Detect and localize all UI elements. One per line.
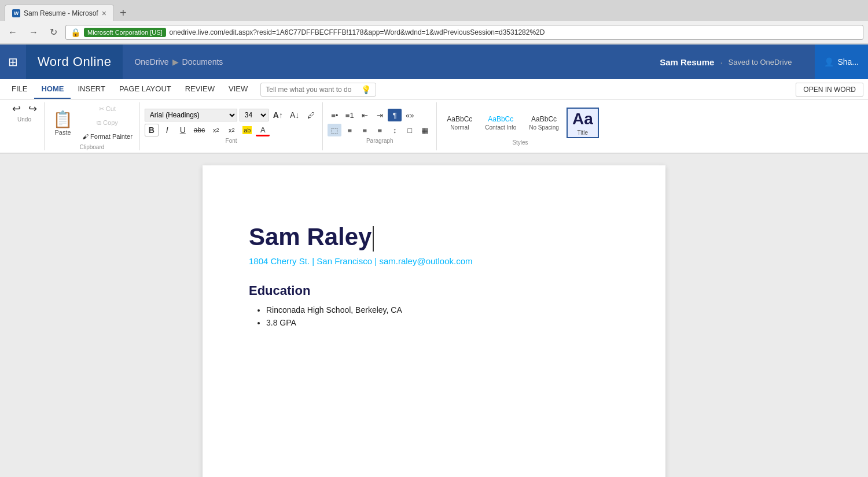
copy-button[interactable]: ⧉ Copy bbox=[80, 116, 135, 129]
subscript-button[interactable]: x2 bbox=[209, 124, 223, 136]
grow-font-button[interactable]: A↑ bbox=[271, 109, 285, 121]
menu-review[interactable]: REVIEW bbox=[178, 80, 222, 99]
back-button[interactable]: ← bbox=[5, 25, 21, 40]
shading-button[interactable]: ▦ bbox=[418, 124, 432, 136]
menu-insert[interactable]: INSERT bbox=[71, 80, 112, 99]
cut-button[interactable]: ✂ Cut bbox=[80, 102, 135, 115]
education-bullet-list: Rinconada High School, Berkeley, CA 3.8 … bbox=[266, 305, 619, 327]
browser-chrome: W Sam Resume - Microsof × + ← → ↻ 🔒 Micr… bbox=[0, 0, 868, 45]
search-lightbulb-icon: 💡 bbox=[361, 85, 371, 94]
document-area: Sam Raley 1804 Cherry St. | San Francisc… bbox=[0, 154, 868, 477]
align-right-button[interactable]: ≡ bbox=[358, 124, 372, 136]
breadcrumb-separator: ▶ bbox=[172, 57, 179, 66]
doc-title-area: Sam Resume · Saved to OneDrive bbox=[660, 57, 803, 67]
style-contact-info[interactable]: AaBbCc Contact Info bbox=[480, 113, 521, 132]
word-logo-area: Word Online bbox=[26, 45, 123, 79]
breadcrumb-onedrive[interactable]: OneDrive bbox=[134, 57, 168, 66]
increase-indent-button[interactable]: ⇥ bbox=[373, 109, 387, 121]
style-nospace-sample: AaBbCc bbox=[531, 115, 557, 123]
numbering-button[interactable]: ≡1 bbox=[343, 109, 356, 121]
save-status: Saved to OneDrive bbox=[729, 58, 792, 66]
url-bar[interactable]: 🔒 Microsoft Corporation [US] onedrive.li… bbox=[65, 25, 863, 40]
undo-label: Undo bbox=[17, 116, 31, 123]
font-group-label: Font bbox=[145, 138, 318, 144]
education-heading: Education bbox=[249, 283, 619, 298]
search-input[interactable] bbox=[266, 86, 359, 94]
undo-button[interactable]: ↩ bbox=[9, 102, 23, 115]
tab-title: Sam Resume - Microsof bbox=[24, 9, 98, 17]
menu-view[interactable]: VIEW bbox=[222, 80, 255, 99]
justify-button[interactable]: ≡ bbox=[373, 124, 387, 136]
italic-button[interactable]: I bbox=[160, 124, 174, 136]
document-heading-name: Sam Raley bbox=[249, 223, 619, 252]
font-color-button[interactable]: A bbox=[256, 124, 270, 136]
style-contact-sample: AaBbCc bbox=[488, 115, 513, 123]
toolbar-ribbon: ↩ ↪ Undo 📋 Paste ✂ Cut ⧉ Copy 🖌 Format P… bbox=[0, 100, 868, 154]
highlight-button[interactable]: ab bbox=[240, 124, 254, 136]
forward-button[interactable]: → bbox=[25, 25, 42, 40]
styles-group-label: Styles bbox=[442, 139, 598, 146]
menu-bar: FILE HOME INSERT PAGE LAYOUT REVIEW VIEW… bbox=[0, 79, 868, 100]
contact-info: 1804 Cherry St. | San Francisco | sam.ra… bbox=[249, 256, 619, 266]
strikethrough-button[interactable]: abc bbox=[192, 124, 207, 136]
bullet-item-1: Rinconada High School, Berkeley, CA bbox=[266, 305, 619, 315]
shrink-font-button[interactable]: A↓ bbox=[288, 109, 301, 121]
line-spacing-button[interactable]: ↕ bbox=[388, 124, 402, 136]
document-name: Sam Resume bbox=[660, 57, 714, 67]
tab-bar: W Sam Resume - Microsof × + bbox=[0, 0, 868, 21]
font-name-select[interactable]: Arial (Headings) Arial Calibri Times New… bbox=[145, 109, 237, 121]
font-size-select[interactable]: 34 81012141618243648 bbox=[240, 109, 269, 121]
doc-separator: · bbox=[720, 57, 722, 67]
style-no-spacing[interactable]: AaBbCc No Spacing bbox=[524, 113, 564, 132]
url-text: onedrive.live.com/edit.aspx?resid=1A6C77… bbox=[170, 28, 545, 36]
breadcrumb: OneDrive ▶ Documents bbox=[123, 57, 234, 66]
show-hide-button[interactable]: «» bbox=[403, 109, 417, 121]
paragraph-mark-button[interactable]: ¶ bbox=[388, 109, 402, 121]
bold-button[interactable]: B bbox=[145, 124, 159, 136]
superscript-button[interactable]: x2 bbox=[225, 124, 238, 136]
menu-file[interactable]: FILE bbox=[5, 80, 34, 99]
menu-page-layout[interactable]: PAGE LAYOUT bbox=[112, 80, 178, 99]
clear-format-button[interactable]: 🖊 bbox=[304, 109, 318, 121]
tab-close-button[interactable]: × bbox=[102, 9, 106, 18]
document-page: Sam Raley 1804 Cherry St. | San Francisc… bbox=[203, 165, 665, 477]
share-label: Sha... bbox=[837, 57, 859, 66]
bullet-item-2: 3.8 GPA bbox=[266, 318, 619, 327]
style-contact-label: Contact Info bbox=[485, 124, 516, 131]
lock-icon: 🔒 bbox=[71, 28, 80, 37]
app-name-label: Word Online bbox=[38, 54, 111, 69]
bullets-button[interactable]: ≡• bbox=[328, 109, 341, 121]
align-center-button[interactable]: ≡ bbox=[343, 124, 356, 136]
align-left-button[interactable]: ⬚ bbox=[328, 124, 341, 136]
menu-home[interactable]: HOME bbox=[34, 80, 71, 99]
word-header: ⊞ Word Online OneDrive ▶ Documents Sam R… bbox=[0, 45, 868, 79]
style-nospace-label: No Spacing bbox=[529, 124, 559, 131]
decrease-indent-button[interactable]: ⇤ bbox=[358, 109, 372, 121]
breadcrumb-documents[interactable]: Documents bbox=[182, 57, 223, 66]
underline-button[interactable]: U bbox=[176, 124, 190, 136]
borders-button[interactable]: □ bbox=[403, 124, 417, 136]
style-title-sample: Aa bbox=[572, 110, 593, 128]
text-cursor bbox=[373, 226, 374, 252]
new-tab-button[interactable]: + bbox=[116, 5, 130, 21]
search-box[interactable]: 💡 bbox=[260, 83, 376, 97]
clipboard-label: Clipboard bbox=[80, 144, 105, 150]
format-painter-button[interactable]: 🖌 Format Painter bbox=[80, 130, 135, 143]
style-title[interactable]: Aa Title bbox=[567, 108, 599, 138]
security-badge: Microsoft Corporation [US] bbox=[84, 28, 166, 37]
open-in-word-button[interactable]: OPEN IN WORD bbox=[796, 83, 863, 97]
redo-button[interactable]: ↪ bbox=[25, 102, 39, 115]
style-normal-sample: AaBbCc bbox=[447, 115, 472, 123]
style-normal[interactable]: AaBbCc Normal bbox=[442, 113, 477, 132]
share-icon: 👤 bbox=[824, 57, 834, 66]
style-normal-label: Normal bbox=[450, 124, 469, 131]
tab-favicon: W bbox=[12, 9, 20, 17]
refresh-button[interactable]: ↻ bbox=[46, 24, 61, 40]
active-tab[interactable]: W Sam Resume - Microsof × bbox=[5, 5, 114, 21]
app-grid-button[interactable]: ⊞ bbox=[0, 55, 26, 69]
paste-button[interactable]: 📋 Paste bbox=[49, 109, 76, 137]
share-button[interactable]: 👤 Sha... bbox=[815, 45, 868, 79]
style-title-label: Title bbox=[578, 130, 589, 136]
address-bar: ← → ↻ 🔒 Microsoft Corporation [US] onedr… bbox=[0, 21, 868, 44]
paragraph-group-label: Paragraph bbox=[328, 138, 432, 144]
